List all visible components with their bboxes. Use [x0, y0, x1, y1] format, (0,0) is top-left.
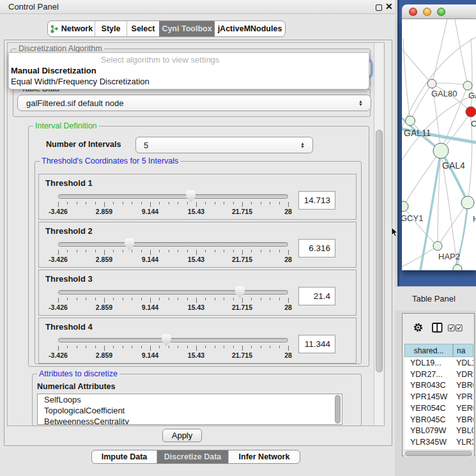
zoom-traffic-light-icon[interactable]: [437, 8, 445, 16]
network-window-titlebar: [402, 4, 476, 19]
table-row[interactable]: YBR045CYBR0: [404, 414, 473, 426]
threshold-value-field[interactable]: 21.4: [298, 287, 335, 305]
network-edge[interactable]: [454, 19, 468, 86]
tab-impute-data[interactable]: Impute Data: [92, 450, 157, 463]
network-node-h[interactable]: [461, 196, 474, 209]
numerical-attributes-list[interactable]: SelfLoopsTopologicalCoefficientBetweenne…: [37, 394, 342, 425]
tab-jactivemnodules[interactable]: jActiveMNodules: [215, 21, 285, 36]
threshold-slider-track[interactable]: [58, 242, 288, 247]
algorithm-group-title: Discretization Algorithm: [17, 44, 104, 53]
table-row[interactable]: YDR27...YDR2: [404, 369, 473, 380]
table-horizontal-scrollbar[interactable]: [404, 450, 473, 457]
popup-option-equal-width-frequency-discretization[interactable]: Equal Width/Frequency Discretization: [9, 77, 369, 88]
close-traffic-light-icon[interactable]: [409, 8, 417, 16]
slider-tick: [242, 298, 243, 303]
table-row[interactable]: YER054CYER0: [404, 403, 473, 414]
network-edge[interactable]: [410, 84, 432, 121]
slider-tick: [187, 346, 188, 348]
minimize-traffic-light-icon[interactable]: [423, 8, 431, 16]
tab-label: Select: [132, 24, 155, 33]
table-column-header-shared-name[interactable]: shared...: [404, 344, 453, 357]
combo-arrows-icon: ▲▼: [358, 100, 363, 106]
select-checkboxes-icon[interactable]: [448, 325, 463, 332]
network-edge[interactable]: [402, 246, 438, 268]
table-row[interactable]: YBL079WYBL0: [404, 425, 473, 436]
tab-cyni-toolbox[interactable]: Cyni Toolbox: [159, 21, 215, 36]
threshold-slider-track[interactable]: [58, 338, 288, 342]
threshold-slider-thumb[interactable]: [125, 238, 134, 250]
table-row[interactable]: YDL19...YDL1: [404, 357, 473, 369]
split-columns-icon[interactable]: [432, 323, 443, 333]
network-node[interactable]: [453, 265, 462, 270]
slider-tick: [196, 346, 197, 351]
number-of-intervals-spinner[interactable]: 5 ▲▼: [135, 137, 313, 153]
network-node-gal80[interactable]: [427, 79, 436, 88]
attribute-item-topologicalcoefficient[interactable]: TopologicalCoefficient: [38, 405, 342, 416]
apply-button[interactable]: Apply: [162, 429, 202, 442]
threshold-slider-thumb[interactable]: [162, 334, 171, 346]
bottom-tab-bar: Impute DataDiscretize DataInfer Network: [91, 450, 300, 464]
float-window-icon[interactable]: [376, 4, 382, 11]
slider-tick: [113, 202, 114, 204]
network-node-label: GA: [468, 91, 476, 100]
network-node-gcy1[interactable]: [402, 201, 408, 211]
cell-shared-name: YER054C: [410, 404, 446, 413]
network-edge[interactable]: [468, 117, 472, 203]
network-edge[interactable]: [402, 45, 432, 84]
slider-tick: [86, 298, 86, 300]
threshold-slider-thumb[interactable]: [235, 286, 245, 298]
slider-tick-label: 2.859: [86, 303, 122, 311]
slider-tick: [270, 250, 270, 252]
network-node-ga[interactable]: [463, 81, 472, 90]
table-row[interactable]: YBR043CYBR0: [404, 380, 473, 391]
slider-tick: [67, 250, 68, 252]
threshold-value-field[interactable]: 11.344: [298, 335, 335, 353]
network-node-gal4[interactable]: [433, 143, 449, 158]
tab-select[interactable]: Select: [127, 21, 159, 36]
table-hscroll-thumb[interactable]: [405, 451, 472, 456]
table-column-header-name[interactable]: na: [453, 344, 473, 357]
threshold-value-field[interactable]: 14.713: [298, 191, 335, 210]
slider-tick: [77, 346, 77, 348]
network-edge[interactable]: [403, 206, 438, 246]
slider-tick-label: 21.715: [224, 303, 260, 311]
slider-tick: [67, 346, 68, 348]
spinner-arrows-icon: ▲▼: [300, 142, 305, 148]
panel-scrollbar[interactable]: [374, 43, 383, 426]
cell-name: YPR1: [456, 392, 473, 401]
table-row[interactable]: YLR345WYLR3: [404, 436, 473, 448]
slider-tick-label: 15.43: [178, 256, 214, 263]
slider-tick: [205, 346, 206, 348]
network-node-c[interactable]: [466, 107, 476, 117]
list-scrollbar[interactable]: [335, 395, 341, 424]
network-canvas[interactable]: GAL80GACGAL11GAL4GCY1HHAP2: [402, 19, 476, 270]
network-node-gal11[interactable]: [406, 116, 415, 126]
table-data-combo[interactable]: galFiltered.sif default node ▲▼: [17, 95, 371, 111]
control-panel-title: Control Panel: [8, 2, 59, 12]
threshold-4-box: Threshold 4-3.4262.8599.14415.4321.71528…: [38, 318, 357, 364]
gear-icon[interactable]: [413, 322, 424, 333]
tab-style[interactable]: Style: [95, 21, 127, 36]
tab-network[interactable]: Network: [48, 21, 95, 36]
network-edge[interactable]: [403, 38, 410, 121]
slider-tick: [270, 346, 270, 348]
network-edge[interactable]: [471, 38, 472, 112]
threshold-slider-thumb[interactable]: [186, 190, 196, 203]
network-edge[interactable]: [432, 19, 448, 84]
network-edge[interactable]: [403, 151, 441, 206]
attribute-item-betweennesscentrality[interactable]: BetweennessCentrality: [38, 416, 342, 425]
network-node-hap2[interactable]: [433, 242, 442, 250]
tab-infer-network[interactable]: Infer Network: [229, 450, 300, 463]
threshold-slider-track[interactable]: [58, 194, 288, 199]
network-edge[interactable]: [432, 83, 468, 86]
attribute-item-selfloops[interactable]: SelfLoops: [38, 394, 342, 405]
slider-tick-label: 9.144: [132, 303, 168, 311]
panel-scrollbar-thumb[interactable]: [376, 130, 383, 372]
close-icon[interactable]: ✕: [385, 1, 393, 12]
threshold-value-field[interactable]: 6.316: [298, 239, 335, 257]
threshold-slider-track[interactable]: [58, 290, 288, 295]
table-row[interactable]: YPR145WYPR1: [404, 391, 473, 403]
popup-option-manual-discretization[interactable]: Manual Discretization: [9, 66, 369, 77]
tab-discretize-data[interactable]: Discretize Data: [157, 450, 229, 463]
cell-shared-name: YBR043C: [410, 381, 446, 390]
